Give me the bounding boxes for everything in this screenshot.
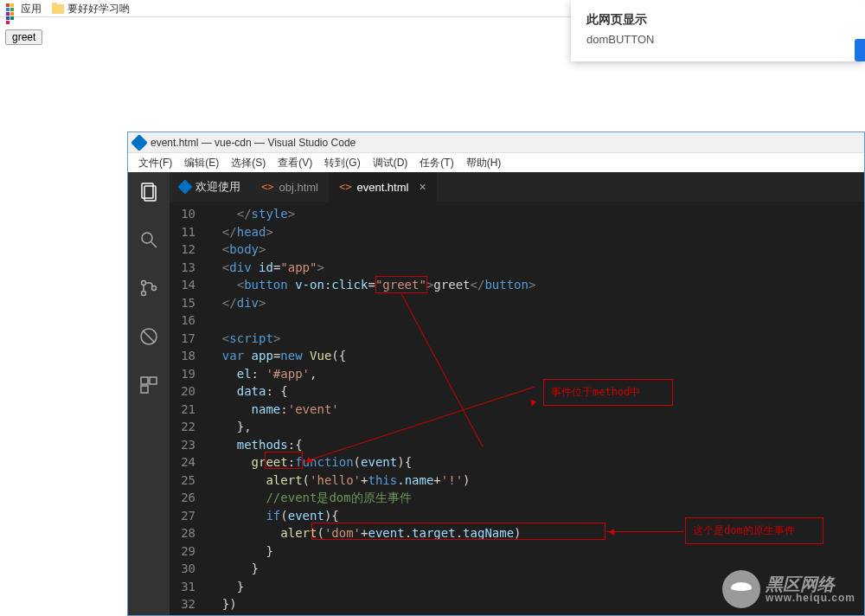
menu-debug[interactable]: 调试(D) [368, 154, 413, 172]
alert-dialog: 此网页显示 domBUTTON [571, 0, 865, 61]
svg-point-2 [142, 233, 152, 243]
menu-select[interactable]: 选择(S) [226, 154, 271, 172]
annotation-method: 事件位于method中 [543, 379, 673, 406]
source-control-icon[interactable] [138, 278, 159, 302]
menu-view[interactable]: 查看(V) [272, 154, 317, 172]
html-file-icon: <> [261, 181, 273, 193]
annotation-arrowhead [609, 529, 614, 536]
watermark: 黑区网络 www.heiqu.com [722, 570, 855, 608]
highlight-greet-attr [375, 276, 427, 293]
annotation-line [607, 531, 683, 532]
vscode-window: event.html — vue-cdn — Visual Studio Cod… [127, 132, 865, 616]
extensions-icon[interactable] [138, 375, 159, 399]
alert-title: 此网页显示 [586, 12, 849, 28]
explorer-icon[interactable] [138, 181, 159, 205]
tab-welcome[interactable]: 欢迎使用 [170, 172, 251, 202]
menu-file[interactable]: 文件(F) [133, 154, 177, 172]
bookmark-folder[interactable]: 要好好学习哟 [67, 2, 130, 16]
editor-area: 欢迎使用 <>obj.html <>event.html× 1011121314… [170, 172, 864, 615]
alert-message: domBUTTON [586, 33, 849, 46]
apps-label[interactable]: 应用 [21, 2, 42, 16]
folder-icon[interactable] [52, 4, 64, 14]
menu-edit[interactable]: 编辑(E) [179, 154, 224, 172]
greet-button[interactable]: greet [5, 29, 42, 45]
menu-goto[interactable]: 转到(G) [319, 154, 365, 172]
close-icon[interactable]: × [419, 180, 426, 194]
html-file-icon: <> [339, 181, 351, 193]
watermark-url: www.heiqu.com [766, 593, 855, 603]
svg-rect-9 [141, 377, 148, 384]
vscode-title: event.html — vue-cdn — Visual Studio Cod… [151, 137, 356, 149]
svg-point-4 [142, 281, 146, 286]
highlight-greet-method [265, 452, 303, 469]
svg-rect-11 [141, 386, 148, 393]
vscode-titlebar: event.html — vue-cdn — Visual Studio Cod… [128, 132, 864, 153]
watermark-title: 黑区网络 [766, 574, 835, 594]
code-editor[interactable]: 1011121314151617181920212223242526272829… [170, 202, 864, 615]
svg-point-5 [142, 292, 146, 296]
line-number-gutter: 1011121314151617181920212223242526272829… [170, 205, 208, 615]
activity-bar [128, 172, 170, 615]
editor-tabs: 欢迎使用 <>obj.html <>event.html× [170, 172, 864, 202]
apps-icon[interactable] [5, 3, 17, 15]
watermark-icon [722, 570, 760, 608]
highlight-alert-dom [311, 523, 606, 540]
svg-line-3 [151, 242, 157, 247]
code-lines[interactable]: </style> </head> <body> <div id="app"> <… [208, 205, 864, 615]
search-icon[interactable] [138, 229, 159, 253]
svg-point-6 [152, 286, 157, 291]
svg-rect-10 [150, 377, 157, 384]
svg-line-8 [143, 330, 155, 343]
vscode-logo-icon [131, 134, 148, 151]
annotation-dom-event: 这个是dom的原生事件 [685, 517, 823, 544]
alert-ok-button[interactable] [855, 39, 865, 61]
annotation-arrowhead [530, 399, 536, 407]
tab-event[interactable]: <>event.html× [329, 172, 437, 202]
menu-help[interactable]: 帮助(H) [461, 154, 507, 172]
vscode-menubar: 文件(F) 编辑(E) 选择(S) 查看(V) 转到(G) 调试(D) 任务(T… [128, 153, 864, 172]
debug-icon[interactable] [138, 326, 159, 350]
vscode-small-icon [178, 180, 193, 195]
menu-tasks[interactable]: 任务(T) [414, 154, 458, 172]
tab-obj[interactable]: <>obj.html [251, 172, 329, 202]
